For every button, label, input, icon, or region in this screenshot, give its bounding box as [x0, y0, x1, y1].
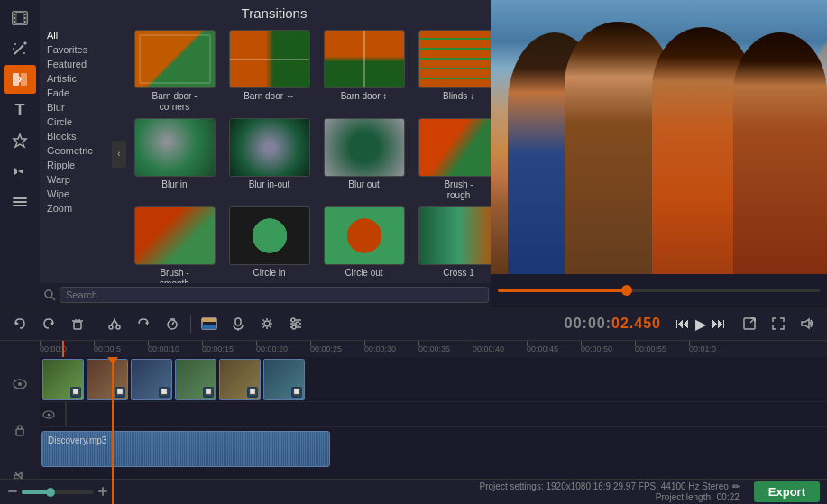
scale-zoom-in[interactable]	[97, 486, 108, 499]
scale-zoom-out[interactable]	[7, 486, 18, 499]
tool-transitions[interactable]	[4, 65, 36, 94]
transitions-title: Transitions	[40, 0, 509, 24]
video-clip-2[interactable]: 🔲	[87, 359, 128, 400]
category-favorites[interactable]: Favorites	[40, 42, 112, 57]
scale-control	[7, 486, 108, 499]
svg-point-11	[14, 43, 16, 45]
video-clip-5[interactable]: 🔲	[219, 359, 261, 400]
speed-button[interactable]	[160, 311, 185, 336]
scale-slider[interactable]	[22, 490, 94, 494]
category-circle[interactable]: Circle	[40, 115, 112, 129]
transitions-panel: Transitions All Favorites Featured Artis…	[40, 0, 509, 307]
ruler-mark-3: 00:00:15	[202, 341, 234, 357]
category-ripple[interactable]: Ripple	[40, 158, 112, 172]
transition-barn-door-v[interactable]: Barn door ↕	[319, 30, 409, 113]
progress-thumb[interactable]	[621, 285, 632, 296]
svg-marker-37	[145, 321, 148, 325]
svg-point-33	[116, 325, 120, 329]
video-clip-6[interactable]: 🔲	[263, 359, 305, 400]
transition-label: Barn door -corners	[152, 91, 197, 113]
playhead[interactable]	[112, 357, 114, 504]
transition-brush-smooth[interactable]: Brush -smooth	[130, 206, 219, 283]
category-zoom[interactable]: Zoom	[40, 201, 112, 215]
transition-label: Barn door ↕	[341, 91, 388, 102]
category-wipe[interactable]: Wipe	[40, 187, 112, 201]
tool-motion[interactable]	[4, 157, 36, 186]
svg-rect-60	[16, 429, 23, 435]
svg-point-59	[18, 382, 22, 386]
transition-blur-inout[interactable]: Blur in-out	[225, 118, 314, 201]
ruler-mark-11: 00:00:55	[635, 341, 666, 357]
progress-bar[interactable]	[498, 289, 820, 292]
ruler-mark-10: 00:00:50	[581, 341, 612, 357]
category-all[interactable]: All	[40, 28, 112, 42]
category-warp[interactable]: Warp	[40, 172, 112, 187]
next-frame-button[interactable]: ⏭	[712, 316, 726, 332]
tool-film[interactable]	[4, 4, 36, 32]
volume-button[interactable]	[795, 311, 820, 336]
ruler-mark-9: 00:00:45	[527, 341, 558, 357]
mic-button[interactable]	[225, 311, 251, 336]
fullscreen-button[interactable]	[766, 311, 791, 336]
svg-point-51	[296, 322, 299, 325]
audio-track: Discovery.mp3	[40, 427, 827, 472]
scale-slider-thumb[interactable]	[46, 488, 55, 497]
edit-icon[interactable]: ✏	[732, 481, 740, 491]
prev-frame-button[interactable]: ⏮	[675, 316, 690, 332]
transition-label: Circle out	[345, 268, 382, 279]
delete-button[interactable]	[65, 311, 90, 336]
color-button[interactable]	[197, 311, 222, 336]
category-blur[interactable]: Blur	[40, 100, 112, 115]
svg-rect-43	[202, 325, 216, 329]
adjust-button[interactable]	[283, 311, 308, 336]
svg-marker-18	[14, 134, 26, 147]
transition-barn-door-corners[interactable]: Barn door -corners	[130, 30, 219, 113]
transition-circle-in[interactable]: Circle in	[225, 206, 314, 283]
audio-filename: Discovery.mp3	[48, 435, 106, 445]
category-featured[interactable]: Featured	[40, 57, 112, 71]
svg-line-25	[51, 297, 55, 300]
audio-eye-icon[interactable]	[40, 406, 58, 424]
transition-label: Barn door ↔	[244, 91, 295, 102]
svg-point-32	[109, 325, 113, 329]
export-button[interactable]: Export	[754, 481, 820, 502]
search-input[interactable]	[60, 287, 489, 303]
svg-rect-6	[24, 14, 26, 15]
ruler-mark-5: 00:00:25	[310, 341, 342, 357]
svg-rect-21	[13, 197, 27, 199]
tool-favorites[interactable]	[4, 126, 36, 155]
svg-rect-14	[13, 73, 19, 86]
timeline-eye-icon[interactable]	[7, 371, 32, 397]
transition-circle-out[interactable]: Circle out	[319, 206, 409, 283]
undo-button[interactable]	[7, 311, 32, 336]
svg-line-39	[172, 322, 174, 325]
settings-button[interactable]	[254, 311, 280, 336]
timeline-lock-icon[interactable]	[7, 417, 32, 443]
tool-title[interactable]: T	[4, 96, 36, 124]
redo-button[interactable]	[36, 311, 61, 336]
tool-magic[interactable]	[4, 34, 36, 63]
cut-button[interactable]	[102, 311, 127, 336]
project-length-label: Project length:	[656, 492, 713, 502]
progress-bar-fill	[498, 289, 627, 292]
transition-blur-out[interactable]: Blur out	[319, 118, 409, 201]
category-geometric[interactable]: Geometric	[40, 143, 112, 158]
transition-blur-in[interactable]: Blur in	[130, 118, 219, 201]
audio-clip[interactable]: Discovery.mp3	[41, 431, 330, 467]
play-button[interactable]: ▶	[695, 316, 706, 333]
collapse-panel-arrow[interactable]: ‹	[112, 141, 126, 168]
video-clip-3[interactable]: 🔲	[131, 359, 172, 400]
export-small-button[interactable]	[737, 311, 762, 336]
preview-controls	[491, 274, 827, 307]
category-fade[interactable]: Fade	[40, 86, 112, 100]
rotate-button[interactable]	[131, 311, 156, 336]
category-artistic[interactable]: Artistic	[40, 71, 112, 86]
bottom-toolbar: 00:00:02.450 ⏮ ▶ ⏭	[0, 307, 827, 341]
tool-menu[interactable]	[4, 188, 36, 216]
timecode-display: 00:00:02.450	[565, 316, 661, 332]
category-blocks[interactable]: Blocks	[40, 129, 112, 143]
video-clip-1[interactable]: 🔲	[42, 359, 84, 400]
video-clip-4[interactable]: 🔲	[175, 359, 216, 400]
svg-marker-27	[50, 321, 53, 325]
transition-barn-door-h[interactable]: Barn door ↔	[225, 30, 314, 113]
